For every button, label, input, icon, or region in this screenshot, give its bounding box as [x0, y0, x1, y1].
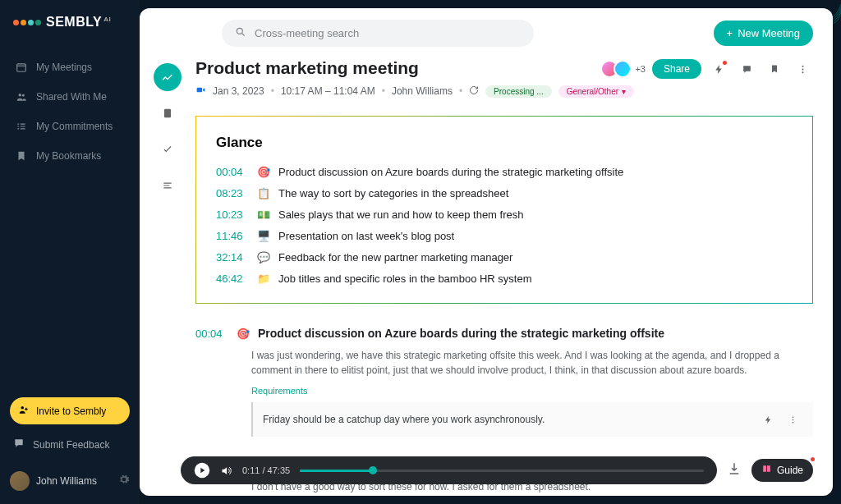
sidebar: SEMBLYAI My Meetings Shared With Me My C…	[0, 0, 140, 504]
search-placeholder: Cross-meeting search	[255, 27, 359, 39]
glance-text: Sales plays that we run and how to keep …	[278, 208, 523, 221]
section-tag[interactable]: Requirements	[251, 386, 813, 396]
glance-item[interactable]: 10:23 💵 Sales plays that we run and how …	[216, 208, 793, 221]
glance-item[interactable]: 08:23 📋 The way to sort by categories in…	[216, 187, 793, 199]
svg-rect-0	[17, 64, 26, 71]
people-add-icon	[18, 404, 30, 418]
sidebar-item-label: My Bookmarks	[36, 150, 101, 162]
meeting-time: 10:17 AM – 11:04 AM	[281, 85, 375, 97]
sidebar-item-shared[interactable]: Shared With Me	[10, 84, 130, 110]
mini-nav	[153, 58, 182, 496]
glance-item[interactable]: 46:42 📁 Job titles and specific roles in…	[216, 273, 793, 285]
new-meeting-label: New Meeting	[738, 27, 800, 39]
glance-title: Glance	[216, 135, 793, 151]
download-button[interactable]	[727, 461, 742, 479]
glance-item[interactable]: 32:14 💬 Feedback for the new partner mar…	[216, 251, 793, 263]
mini-tab-transcript[interactable]	[154, 172, 182, 199]
sidebar-item-my-meetings[interactable]: My Meetings	[10, 54, 130, 80]
more-button[interactable]	[792, 58, 813, 80]
section-text: I was just wondering, we have this strat…	[251, 348, 813, 378]
glance-emoji-icon: 📋	[257, 187, 270, 199]
new-meeting-button[interactable]: + New Meeting	[714, 21, 813, 46]
feedback-button[interactable]: Submit Feedback	[10, 433, 130, 456]
svg-point-12	[792, 421, 793, 423]
glance-box: Glance 00:04 🎯 Product discussion on Azu…	[195, 116, 813, 304]
avatar-stack[interactable]: +3	[600, 60, 646, 78]
user-name: John Williams	[36, 475, 112, 487]
mini-tab-tasks[interactable]	[154, 135, 182, 163]
guide-button[interactable]: Guide	[751, 459, 813, 482]
main-panel: Cross-meeting search + New Meeting Produ…	[140, 8, 833, 496]
meeting-title: Product marketing meeting	[195, 58, 419, 78]
section-emoji-icon: 🎯	[237, 328, 250, 340]
refresh-icon[interactable]	[469, 85, 479, 98]
glance-time: 00:04	[216, 166, 249, 178]
player-progress[interactable]	[300, 470, 704, 472]
section-note: Friday should be a catchup day where you…	[251, 402, 813, 437]
play-button[interactable]	[194, 462, 210, 479]
volume-button[interactable]	[220, 465, 232, 477]
glance-item[interactable]: 00:04 🎯 Product discussion on Azure boar…	[216, 166, 793, 178]
audio-player: 0:11 / 47:35	[181, 456, 717, 484]
note-text: Friday should be a catchup day where you…	[263, 414, 545, 425]
glance-time: 08:23	[216, 187, 249, 199]
note-bolt-button[interactable]	[757, 409, 779, 430]
glance-time: 46:42	[216, 273, 249, 285]
svg-point-2	[22, 94, 25, 97]
glance-text: Presentation on last week's blog post	[278, 230, 454, 242]
mini-tab-notes[interactable]	[154, 99, 182, 127]
svg-point-7	[802, 68, 803, 70]
section: 00:04 🎯 Product discussion on Azure boar…	[195, 327, 813, 437]
glance-emoji-icon: 🎯	[257, 166, 270, 178]
svg-point-11	[792, 419, 793, 420]
logo[interactable]: SEMBLYAI	[10, 15, 130, 30]
section-time[interactable]: 00:04	[195, 328, 228, 340]
avatar-more-count: +3	[635, 64, 646, 74]
comment-button[interactable]	[736, 58, 757, 80]
player-time: 0:11 / 47:35	[242, 465, 290, 475]
user-row[interactable]: John Williams	[10, 468, 130, 494]
note-more-button[interactable]	[782, 409, 803, 430]
glance-item[interactable]: 11:46 🖥️ Presentation on last week's blo…	[216, 230, 793, 242]
invite-label: Invite to Sembly	[36, 405, 106, 417]
meeting-meta: Jan 3, 2023 • 10:17 AM – 11:04 AM • John…	[195, 85, 813, 98]
brand-suffix: AI	[103, 16, 111, 23]
checklist-icon	[15, 120, 28, 133]
sidebar-item-bookmarks[interactable]: My Bookmarks	[10, 143, 130, 169]
chevron-down-icon: ▾	[622, 87, 626, 96]
share-button[interactable]: Share	[652, 59, 701, 79]
glance-emoji-icon: 📁	[257, 273, 270, 285]
bookmark-button[interactable]	[764, 58, 785, 80]
brand-name: SEMBLY	[46, 15, 102, 29]
mini-tab-insights[interactable]	[154, 63, 182, 91]
guide-label: Guide	[777, 465, 803, 476]
svg-point-8	[802, 71, 803, 73]
logo-dots-icon	[13, 20, 41, 25]
glance-text: Product discussion on Azure boards durin…	[278, 166, 623, 178]
glance-emoji-icon: 🖥️	[257, 230, 270, 242]
gear-icon[interactable]	[118, 474, 130, 488]
glance-time: 10:23	[216, 208, 249, 221]
svg-point-6	[802, 65, 803, 66]
category-badge[interactable]: General/Other▾	[558, 85, 634, 98]
calendar-icon	[15, 61, 28, 74]
feedback-label: Submit Feedback	[33, 439, 109, 451]
video-icon	[195, 85, 206, 98]
glance-text: The way to sort by categories in the spr…	[278, 187, 508, 199]
bolt-button[interactable]	[708, 58, 729, 80]
bookmark-icon	[15, 149, 28, 163]
player-area: 0:11 / 47:35 Guide	[181, 456, 813, 484]
search-input[interactable]: Cross-meeting search	[222, 20, 534, 47]
sidebar-nav: My Meetings Shared With Me My Commitment…	[10, 54, 130, 169]
svg-rect-9	[197, 88, 203, 92]
glance-time: 32:14	[216, 251, 249, 263]
people-icon	[15, 90, 28, 103]
sidebar-item-label: My Commitments	[36, 121, 113, 132]
sidebar-item-label: My Meetings	[36, 62, 92, 73]
invite-button[interactable]: Invite to Sembly	[10, 397, 130, 424]
svg-point-10	[792, 416, 793, 418]
sidebar-item-commitments[interactable]: My Commitments	[10, 113, 130, 140]
glance-emoji-icon: 💬	[257, 251, 270, 263]
sidebar-item-label: Shared With Me	[36, 91, 107, 103]
svg-point-1	[19, 94, 22, 97]
